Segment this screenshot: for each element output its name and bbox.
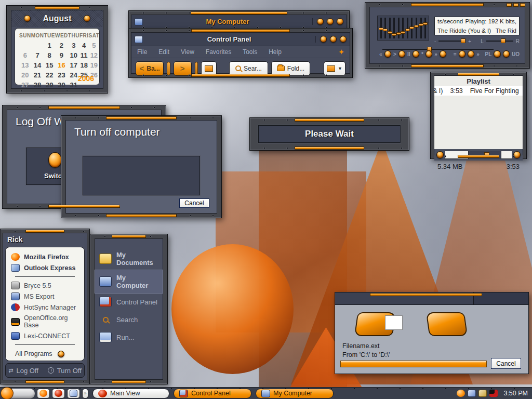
switch-user-button[interactable] xyxy=(48,152,62,168)
calendar-led-right[interactable] xyxy=(84,15,90,22)
clock[interactable]: 3:50 PM xyxy=(503,390,528,397)
places-item-run-[interactable]: Run... xyxy=(95,328,163,346)
window-button[interactable] xyxy=(340,36,347,43)
playlist-empty-area[interactable] xyxy=(434,96,523,149)
window-button[interactable] xyxy=(330,36,337,43)
start-menu-item[interactable]: Outlook Express xyxy=(8,262,82,273)
calendar-day[interactable]: 17 xyxy=(68,60,79,70)
copy-dialog-titlebar[interactable] xyxy=(335,292,528,305)
eq-toggle-button[interactable] xyxy=(459,50,466,58)
playlist-title[interactable]: Playlist xyxy=(434,76,523,86)
stop-button[interactable] xyxy=(425,50,432,58)
start-menu-item[interactable]: HotSync Manager xyxy=(8,302,82,313)
calendar-day[interactable]: 20 xyxy=(19,70,31,80)
forward-button[interactable] xyxy=(440,50,446,58)
calendar-day[interactable]: 14 xyxy=(31,60,44,70)
calendar-day[interactable]: 8 xyxy=(44,50,55,60)
calendar-day[interactable]: 18 xyxy=(79,60,89,70)
window-button[interactable] xyxy=(320,36,327,43)
eq-slider[interactable] xyxy=(416,18,417,38)
menu-item-help[interactable]: Help xyxy=(263,48,287,56)
window-button[interactable] xyxy=(317,18,324,25)
start-menu-item[interactable]: Bryce 5.5 xyxy=(8,280,82,291)
calendar-day[interactable]: 27 xyxy=(19,80,31,90)
places-item-control-panel[interactable]: Control Panel xyxy=(95,293,163,311)
calendar-day[interactable]: 11 xyxy=(79,50,89,60)
toolbar-separator[interactable] xyxy=(167,62,170,75)
menu-item-edit[interactable]: Edit xyxy=(153,48,175,56)
calendar-day[interactable]: 21 xyxy=(31,70,44,80)
playlist-toggle-button[interactable] xyxy=(494,50,500,58)
hotsync-icon[interactable] xyxy=(478,390,487,397)
calendar-day[interactable]: 28 xyxy=(31,80,44,90)
pause-button[interactable] xyxy=(413,50,419,58)
start-menu-item[interactable]: Lexi-CONNECT xyxy=(8,330,82,341)
back-button[interactable]: < Ba... xyxy=(136,61,164,76)
repeat-button[interactable] xyxy=(503,50,510,58)
calendar-day[interactable]: 10 xyxy=(68,50,79,60)
equalizer[interactable] xyxy=(377,16,429,41)
views-button[interactable]: ▼ xyxy=(324,61,345,76)
calendar-day[interactable]: 4 xyxy=(79,41,89,50)
calendar-day[interactable]: 1 xyxy=(44,41,55,50)
turn-off-button[interactable]: Turn Off xyxy=(48,367,82,375)
forward-button[interactable]: > xyxy=(174,61,192,76)
eq-slider[interactable] xyxy=(424,18,426,38)
start-menu-item[interactable]: MS Export xyxy=(8,291,82,302)
shuffle-button[interactable] xyxy=(468,50,474,58)
calendar-day[interactable]: 6 xyxy=(19,50,31,60)
eq-slider[interactable] xyxy=(411,18,413,38)
window-button[interactable] xyxy=(327,18,334,25)
eq-slider[interactable] xyxy=(398,18,400,38)
eq-slider[interactable] xyxy=(389,18,391,38)
rewind-button[interactable] xyxy=(384,50,391,58)
calendar-day[interactable]: 5 xyxy=(88,41,99,50)
calendar-day[interactable]: 2 xyxy=(55,41,68,50)
volume-slider[interactable] xyxy=(438,41,466,42)
window-button[interactable] xyxy=(337,18,343,25)
menu-item-view[interactable]: View xyxy=(175,48,200,56)
calendar-day[interactable]: 19 xyxy=(88,60,99,70)
control-panel-titlebar[interactable]: Control Panel xyxy=(131,33,350,46)
log-off-button[interactable]: ⇄ Log Off xyxy=(8,367,38,375)
antivirus-icon[interactable] xyxy=(489,390,498,397)
cancel-button[interactable]: Cancel xyxy=(179,198,209,208)
calendar-day[interactable]: 15 xyxy=(44,60,55,70)
start-menu-item[interactable]: Mozilla Firefox xyxy=(8,251,82,262)
all-programs-button[interactable]: All Programs xyxy=(8,348,82,357)
calendar-day[interactable]: 23 xyxy=(55,70,68,80)
calendar-day[interactable]: 16 xyxy=(55,60,68,70)
playlist-scroll-right-button[interactable] xyxy=(513,151,521,158)
eq-slider[interactable] xyxy=(393,18,395,38)
network-icon[interactable] xyxy=(468,390,476,397)
menu-item-file[interactable]: File xyxy=(131,48,153,56)
player-window-buttons[interactable] xyxy=(507,3,525,7)
eq-slider[interactable] xyxy=(402,18,404,38)
eq-slider[interactable] xyxy=(407,18,408,38)
places-item-my-documents[interactable]: My Documents xyxy=(95,247,163,270)
toolbar-separator[interactable] xyxy=(195,62,198,75)
places-item-my-computer[interactable]: My Computer xyxy=(95,270,163,293)
calendar-day[interactable]: 29 xyxy=(44,80,55,90)
copy-cancel-button[interactable]: Cancel xyxy=(491,358,521,369)
start-menu-item[interactable]: OpenOffice.org Base xyxy=(8,313,82,330)
calendar-day[interactable]: 13 xyxy=(19,60,31,70)
eq-slider[interactable] xyxy=(420,18,422,38)
start-button[interactable] xyxy=(2,389,35,398)
my-computer-titlebar[interactable]: My Computer xyxy=(131,15,347,29)
menu-item-favorites[interactable]: Favorites xyxy=(200,48,237,56)
places-item-search[interactable]: Search xyxy=(95,311,163,328)
calendar-day[interactable]: 7 xyxy=(31,50,44,60)
eq-slider[interactable] xyxy=(380,18,382,38)
playlist-scroll-left-button[interactable] xyxy=(436,151,444,158)
menu-item-tools[interactable]: Tools xyxy=(237,48,263,56)
balance-slider[interactable] xyxy=(486,41,513,42)
calendar-day[interactable]: 22 xyxy=(44,70,55,80)
calendar-day[interactable]: 12 xyxy=(88,50,99,60)
playlist-row[interactable]: & I) 3:53 Five For Fighting xyxy=(434,86,523,96)
eq-slider[interactable] xyxy=(384,18,386,38)
calendar-led-left[interactable] xyxy=(24,15,31,22)
calendar-day[interactable]: 3 xyxy=(68,41,79,50)
menu-star-icon[interactable]: ✦ xyxy=(338,48,344,56)
calendar-day[interactable]: 30 xyxy=(55,80,68,90)
